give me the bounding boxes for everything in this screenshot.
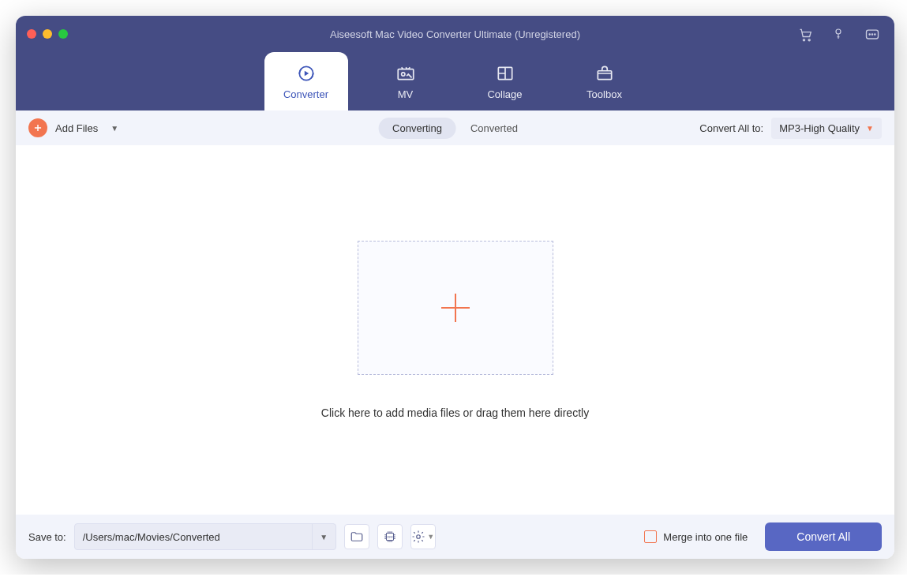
titlebar: Aiseesoft Mac Video Converter Ultimate (… (16, 16, 894, 52)
tab-converter[interactable]: Converter (264, 52, 348, 110)
hardware-accel-button[interactable]: OFF (377, 524, 403, 549)
cart-icon[interactable] (798, 27, 812, 41)
dropzone-hint: Click here to add media files or drag th… (321, 406, 589, 419)
nav-tabs: Converter MV Collage Toolbox (16, 52, 894, 110)
window-title: Aiseesoft Mac Video Converter Ultimate (… (16, 28, 894, 40)
close-window-button[interactable] (27, 29, 36, 39)
mv-icon (395, 63, 416, 84)
convert-all-to-label: Convert All to: (699, 122, 763, 134)
maximize-window-button[interactable] (58, 29, 68, 39)
svg-point-1 (808, 39, 810, 41)
chevron-down-icon: ▼ (427, 533, 434, 541)
svg-point-14 (417, 535, 421, 539)
titlebar-actions (798, 27, 879, 41)
segment-converted[interactable]: Converted (456, 118, 532, 139)
format-selected-value: MP3-High Quality (779, 122, 860, 134)
header: Aiseesoft Mac Video Converter Ultimate (… (16, 16, 894, 110)
collage-icon (495, 63, 515, 84)
svg-point-5 (871, 34, 872, 35)
key-icon[interactable] (831, 27, 845, 41)
save-path-value[interactable]: /Users/mac/Movies/Converted (75, 525, 312, 549)
toolbar: Add Files ▼ Converting Converted Convert… (16, 110, 894, 145)
footer: Save to: /Users/mac/Movies/Converted ▼ O… (16, 515, 894, 559)
segment-converting[interactable]: Converting (378, 118, 456, 139)
svg-point-0 (803, 39, 804, 41)
feedback-icon[interactable] (864, 27, 879, 41)
tab-label: Converter (283, 88, 328, 100)
tab-label: Toolbox (587, 88, 622, 100)
svg-point-4 (869, 34, 870, 35)
svg-point-2 (836, 29, 841, 34)
save-path-dropdown[interactable]: ▼ (312, 524, 335, 549)
svg-point-9 (401, 72, 404, 75)
merge-checkbox[interactable]: Merge into one file (644, 530, 748, 543)
svg-point-6 (875, 34, 875, 35)
open-folder-button[interactable] (344, 524, 369, 549)
status-segmented: Converting Converted (378, 118, 532, 139)
convert-all-button[interactable]: Convert All (765, 522, 882, 551)
settings-button[interactable]: ▼ (410, 524, 436, 549)
plus-icon (28, 118, 47, 137)
svg-rect-11 (598, 70, 611, 79)
toolbar-right: Convert All to: MP3-High Quality ▼ (699, 118, 882, 139)
save-to-label: Save to: (28, 531, 66, 543)
dropzone[interactable] (358, 241, 553, 375)
app-window: Aiseesoft Mac Video Converter Ultimate (… (16, 16, 894, 559)
tab-label: Collage (487, 88, 522, 100)
add-files-label: Add Files (55, 122, 98, 134)
add-files-button[interactable]: Add Files ▼ (28, 118, 118, 137)
main-area: Click here to add media files or drag th… (16, 145, 894, 515)
checkbox-icon (644, 530, 657, 543)
format-select[interactable]: MP3-High Quality ▼ (771, 118, 882, 139)
minimize-window-button[interactable] (43, 29, 52, 39)
tab-label: MV (398, 88, 414, 100)
converter-icon (296, 63, 317, 84)
tab-mv[interactable]: MV (364, 52, 448, 110)
plus-icon (437, 289, 474, 327)
chevron-down-icon[interactable]: ▼ (111, 124, 118, 133)
save-path-select: /Users/mac/Movies/Converted ▼ (74, 523, 336, 550)
merge-label: Merge into one file (663, 531, 748, 543)
tab-toolbox[interactable]: Toolbox (563, 52, 647, 110)
tab-collage[interactable]: Collage (463, 52, 547, 110)
chevron-down-icon: ▼ (866, 124, 874, 133)
toolbox-icon (594, 63, 615, 84)
traffic-lights (27, 29, 68, 39)
svg-text:OFF: OFF (387, 536, 393, 539)
